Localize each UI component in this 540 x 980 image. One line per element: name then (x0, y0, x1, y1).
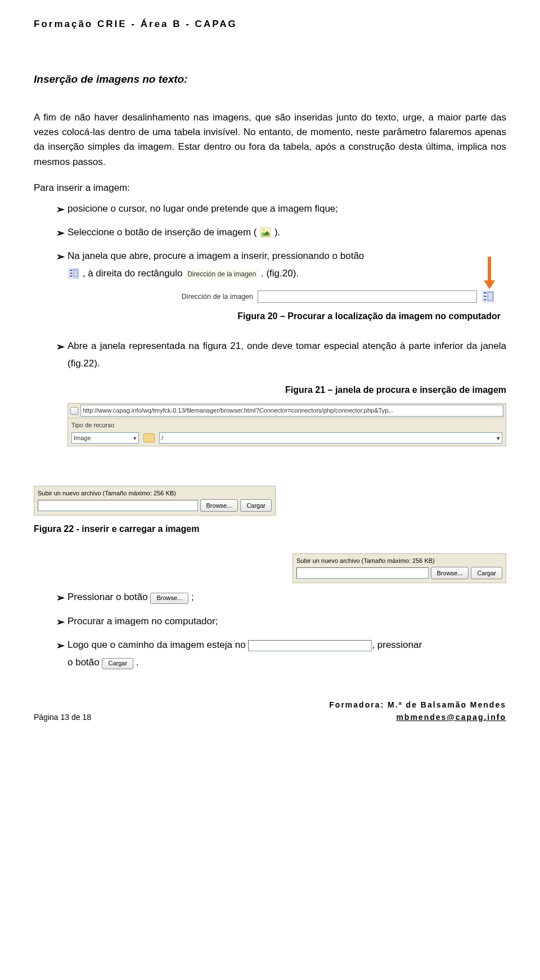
section-title: Inserção de imagens no texto: (34, 71, 506, 87)
bullet-arrow-icon: ➢ (56, 224, 68, 242)
svg-rect-8 (74, 270, 78, 277)
upload-file-input[interactable] (38, 500, 198, 511)
pointer-arrow-icon (483, 257, 496, 294)
page-number: Página 13 de 18 (34, 711, 91, 724)
bullet-arrow-icon: ➢ (56, 589, 68, 607)
bullet-7-text-c: o botão (68, 657, 102, 668)
resource-type-select[interactable]: Image ▾ (71, 432, 139, 444)
svg-marker-10 (484, 280, 495, 289)
bullet-4-text: Abre a janela representada na figura 21,… (68, 338, 506, 372)
bullet-3-text-a: Na janela que abre, procure a imagem a i… (68, 250, 364, 261)
bullet-5: ➢ Pressionar o botão Browse... ; (56, 589, 506, 607)
bullet-3-text: Na janela que abre, procure a imagem a i… (68, 248, 506, 282)
upload-panel: Subir un nuevo archivo (Tamaño máximo: 2… (34, 486, 276, 516)
image-insert-icon (260, 227, 271, 238)
svg-rect-9 (488, 257, 491, 280)
bullet-arrow-icon: ➢ (56, 200, 68, 218)
svg-point-2 (263, 229, 265, 231)
path-empty-field[interactable] (248, 640, 372, 651)
bullet-4: ➢ Abre a janela representada na figura 2… (56, 338, 506, 372)
bullet-2-text: Seleccione o botão de inserção de imagem… (68, 224, 506, 241)
bullet-arrow-icon: ➢ (56, 613, 68, 631)
upload-title: Subir un nuevo archivo (Tamaño máximo: 2… (38, 489, 272, 498)
bullet-2: ➢ Seleccione o botão de inserção de imag… (56, 224, 506, 242)
list-intro: Para inserir a imagem: (34, 181, 506, 195)
figure-20-caption: Figura 20 – Procurar a localização da im… (34, 310, 501, 324)
address-text[interactable]: http://www.capag.info/wq/tmyfck-0.13/fil… (80, 405, 503, 417)
resource-type-label: Tipo de recurso (71, 420, 114, 430)
formadora-email: mbmendes@capag.info (329, 711, 506, 724)
bullet-list: ➢ posicione o cursor, no lugar onde pret… (56, 200, 506, 283)
bullet-1: ➢ posicione o cursor, no lugar onde pret… (56, 200, 506, 218)
figure-22-right-panel: Subir un nuevo archivo (Tamaño máximo: 2… (292, 553, 506, 583)
bullet-5-text-a: Pressionar o botão (68, 592, 150, 602)
bullet-5-text-b: ; (191, 592, 194, 602)
svg-rect-13 (484, 296, 487, 297)
bullet-2-text-a: Seleccione o botão de inserção de imagem… (68, 227, 256, 238)
bullet-5-text: Pressionar o botão Browse... ; (68, 589, 506, 606)
bullet-6: ➢ Procurar a imagem no computador; (56, 613, 506, 631)
page-footer: Página 13 de 18 Formadora: M.ª de Balsam… (34, 699, 506, 723)
figure-21-caption: Figura 21 – janela de procura e inserção… (34, 383, 506, 397)
page-header: Formação CRIE - Área B - CAPAG (34, 17, 506, 32)
chevron-down-icon: ▾ (133, 433, 137, 443)
bullet-arrow-icon: ➢ (56, 248, 68, 266)
svg-rect-6 (70, 272, 73, 274)
bullet-2-text-b: ). (274, 227, 280, 238)
upload-file-input-small[interactable] (296, 567, 429, 579)
browse-button[interactable]: Browse... (200, 499, 238, 512)
direccion-label-inline: Dirección de la imagen (185, 270, 258, 279)
cargar-button-small[interactable]: Cargar (471, 567, 502, 579)
bullet-3: ➢ Na janela que abre, procure a imagem a… (56, 248, 506, 282)
image-address-input[interactable] (258, 290, 477, 303)
upload-title-small: Subir un nuevo archivo (Tamaño máximo: 2… (296, 556, 502, 566)
figure-22: Subir un nuevo archivo (Tamaño máximo: 2… (34, 486, 276, 536)
bullet-7-text: Logo que o caminho da imagem esteja no ,… (68, 637, 506, 671)
svg-rect-5 (70, 270, 73, 271)
bullet-arrow-icon: ➢ (56, 637, 68, 655)
cargar-button[interactable]: Cargar (240, 499, 272, 512)
folder-icon[interactable] (143, 433, 155, 442)
bullet-arrow-icon: ➢ (56, 338, 68, 356)
path-field[interactable]: / ▾ (159, 432, 502, 444)
direccion-label: Dirección de la imagen (182, 292, 253, 302)
bullet-7: ➢ Logo que o caminho da imagem esteja no… (56, 637, 506, 671)
bullet-7-text-a: Logo que o caminho da imagem esteja no (68, 639, 248, 650)
browse-button-inline[interactable]: Browse... (150, 593, 188, 604)
address-bar: http://www.capag.info/wq/tmyfck-0.13/fil… (68, 404, 506, 418)
paragraph-intro: A fim de não haver desalinhamento nas im… (34, 110, 506, 169)
figure-21-browser: http://www.capag.info/wq/tmyfck-0.13/fil… (68, 403, 506, 446)
bullet-6-text: Procurar a imagem no computador; (68, 613, 506, 630)
bullet-list-2: ➢ Abre a janela representada na figura 2… (56, 338, 506, 372)
bullet-3-text-b: , à direita do rectângulo (83, 268, 185, 279)
path-value: / (161, 433, 163, 443)
figure-20: Dirección de la imagen Figura 20 – Procu… (34, 290, 506, 324)
formadora-name: Formadora: M.ª de Balsamão Mendes (329, 699, 506, 711)
bullet-list-3: ➢ Pressionar o botão Browse... ; ➢ Procu… (56, 589, 506, 671)
bullet-3-text-c: . (fig.20). (261, 268, 299, 279)
resource-type-value: Image (74, 433, 91, 443)
page-icon (70, 407, 78, 415)
svg-rect-7 (70, 275, 73, 277)
chevron-down-icon: ▾ (497, 433, 500, 443)
browse-dialog-icon (69, 269, 79, 279)
figure-22-caption: Figura 22 - inserir e carregar a imagem (34, 522, 276, 536)
cargar-button-inline[interactable]: Cargar (102, 658, 133, 669)
svg-rect-14 (484, 299, 487, 301)
browse-button-small[interactable]: Browse... (431, 567, 469, 579)
bullet-1-text: posicione o cursor, no lugar onde preten… (68, 200, 506, 218)
bullet-7-text-b: , pressionar (372, 639, 422, 650)
bullet-7-text-d: . (136, 657, 139, 668)
